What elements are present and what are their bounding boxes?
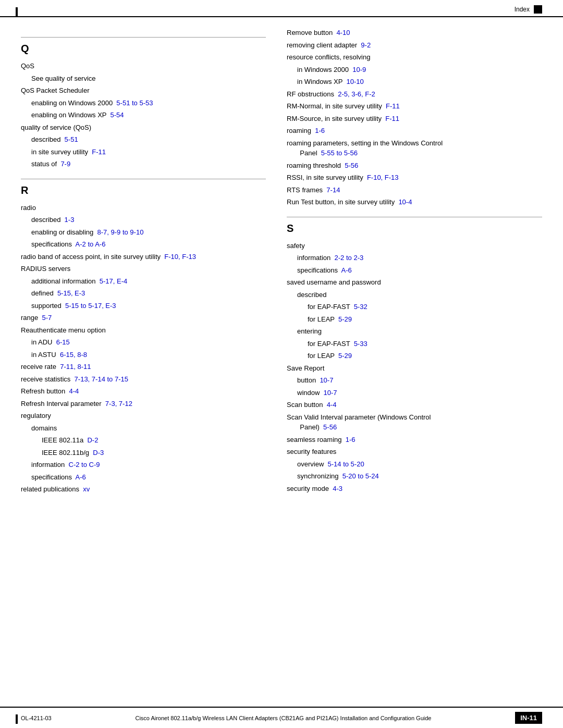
page-ref[interactable]: F-10, F-13: [164, 253, 196, 261]
list-item: roaming 1-6: [287, 126, 542, 136]
page-ref[interactable]: 5-15, E-3: [57, 289, 85, 297]
page-ref[interactable]: 9-2: [361, 41, 371, 49]
page-ref[interactable]: 7-11, 8-11: [60, 363, 91, 371]
page-ref[interactable]: F-11: [385, 115, 399, 122]
page-ref[interactable]: D-2: [87, 436, 98, 444]
page-ref[interactable]: 5-7: [42, 314, 52, 322]
entry-text: Refresh Interval parameter 7-3, 7-12: [21, 400, 132, 408]
entry-text: for LEAP 5-29: [287, 315, 352, 323]
page-ref[interactable]: 10-10: [346, 78, 363, 85]
page-ref[interactable]: 4-4: [69, 387, 79, 395]
page-ref[interactable]: F-11: [92, 148, 106, 156]
entry-text: RM-Normal, in site survey utility F-11: [287, 102, 400, 110]
list-item: safety: [287, 241, 542, 251]
entry-text: in site survey utility F-11: [21, 148, 106, 156]
entry-text: domains: [21, 424, 57, 432]
page-ref[interactable]: 4-4: [327, 401, 337, 409]
page-ref[interactable]: 5-20 to 5-24: [342, 472, 379, 480]
page-ref[interactable]: 8-7, 9-9 to 9-10: [97, 228, 143, 236]
entry-text: regulatory: [21, 412, 51, 419]
page-ref[interactable]: 1-6: [346, 436, 356, 443]
entry-text: in ASTU 6-15, 8-8: [21, 351, 87, 359]
left-column: Q QoS See quality of service QoS Packet …: [21, 28, 282, 497]
page-ref[interactable]: 10-7: [320, 376, 333, 384]
list-item: QoS: [21, 61, 266, 71]
page-ref[interactable]: 5-15 to 5-17, E-3: [65, 302, 116, 310]
page-ref[interactable]: A-6: [341, 266, 352, 274]
entry-text: QoS: [21, 62, 34, 70]
page-ref[interactable]: 10-9: [352, 66, 366, 73]
list-item: enabling on Windows XP 5-54: [21, 110, 266, 120]
list-item: RSSI, in site survey utility F-10, F-13: [287, 172, 542, 183]
entry-text: button 10-7: [287, 376, 333, 384]
page-ref[interactable]: 6-15: [56, 338, 70, 346]
page-ref[interactable]: 5-55 to 5-56: [321, 149, 358, 157]
page-ref[interactable]: F-11: [386, 102, 400, 110]
header-right: Index: [515, 5, 542, 14]
entry-text: radio: [21, 204, 36, 212]
entry-text: Run Test button, in site survey utility …: [287, 198, 412, 206]
page-ref[interactable]: A-6: [76, 473, 86, 481]
page-ref[interactable]: 2-5, 3-6, F-2: [338, 90, 375, 98]
page-ref[interactable]: 5-51 to 5-53: [116, 99, 153, 107]
page-ref[interactable]: 1-6: [315, 127, 325, 134]
page-ref[interactable]: 5-33: [354, 340, 368, 348]
entry-text: receive rate 7-11, 8-11: [21, 363, 91, 371]
list-item: RM-Normal, in site survey utility F-11: [287, 101, 542, 112]
list-item: window 10-7: [287, 388, 542, 398]
page-ref[interactable]: 5-56: [345, 162, 358, 169]
page-ref[interactable]: 5-54: [111, 111, 124, 119]
list-item: radio band of access point, in site surv…: [21, 252, 266, 262]
list-item: regulatory: [21, 411, 266, 421]
page-ref[interactable]: D-3: [93, 449, 104, 456]
entry-text: described: [287, 291, 326, 299]
page-ref[interactable]: 7-14: [326, 186, 340, 194]
page-ref[interactable]: 4-10: [336, 29, 350, 36]
page-ref[interactable]: 6-15, 8-8: [60, 351, 87, 359]
page-ref[interactable]: xv: [83, 485, 90, 493]
entry-text: Scan button 4-4: [287, 401, 336, 409]
page-ref[interactable]: 10-4: [398, 198, 412, 206]
page-ref[interactable]: 10-7: [324, 389, 337, 397]
list-item: RF obstructions 2-5, 3-6, F-2: [287, 89, 542, 100]
list-item: in ASTU 6-15, 8-8: [21, 350, 266, 360]
entry-text: security mode 4-3: [287, 485, 342, 492]
entry-text: RF obstructions 2-5, 3-6, F-2: [287, 90, 375, 98]
entry-text: synchronizing 5-20 to 5-24: [287, 472, 379, 480]
list-item: range 5-7: [21, 313, 266, 323]
page-ref[interactable]: 7-3, 7-12: [105, 400, 132, 408]
list-item: additional information 5-17, E-4: [21, 276, 266, 287]
entry-text: enabling or disabling 8-7, 9-9 to 9-10: [21, 228, 143, 236]
entry-text: specifications A-2 to A-6: [21, 240, 105, 248]
page-ref[interactable]: 7-13, 7-14 to 7-15: [75, 375, 128, 383]
page-ref[interactable]: 5-29: [338, 315, 352, 323]
list-item: quality of service (QoS): [21, 122, 266, 133]
page-ref[interactable]: 7-9: [60, 160, 70, 168]
entry-text: security features: [287, 448, 336, 455]
page-ref[interactable]: C-2 to C-9: [69, 461, 100, 468]
page-ref[interactable]: 4-3: [333, 485, 342, 492]
entry-text: RSSI, in site survey utility F-10, F-13: [287, 174, 399, 181]
page-ref[interactable]: 5-51: [65, 135, 78, 143]
list-item: information 2-2 to 2-3: [287, 253, 542, 263]
page-ref[interactable]: 5-17, E-4: [100, 277, 127, 285]
page-ref[interactable]: 5-32: [354, 303, 368, 311]
list-item: RADIUS servers: [21, 264, 266, 274]
page-ref[interactable]: F-10, F-13: [367, 174, 399, 181]
page-ref[interactable]: 5-56: [323, 423, 337, 431]
page-ref[interactable]: 5-29: [338, 352, 352, 360]
s-divider: [287, 217, 542, 217]
list-item: in site survey utility F-11: [21, 147, 266, 157]
list-item: in Windows XP 10-10: [287, 77, 542, 87]
entry-text: supported 5-15 to 5-17, E-3: [21, 302, 116, 310]
entry-text: Reauthenticate menu option: [21, 326, 106, 334]
entry-text: safety: [287, 242, 305, 250]
list-item: related publications xv: [21, 484, 266, 495]
entry-text: See quality of service: [21, 75, 96, 82]
list-item: enabling or disabling 8-7, 9-9 to 9-10: [21, 227, 266, 238]
page-ref[interactable]: 5-14 to 5-20: [328, 460, 364, 468]
page-ref[interactable]: 2-2 to 2-3: [335, 254, 364, 262]
page-ref[interactable]: 1-3: [65, 216, 75, 224]
list-item: IEEE 802.11b/g D-3: [21, 448, 266, 458]
page-ref[interactable]: A-2 to A-6: [76, 240, 106, 248]
